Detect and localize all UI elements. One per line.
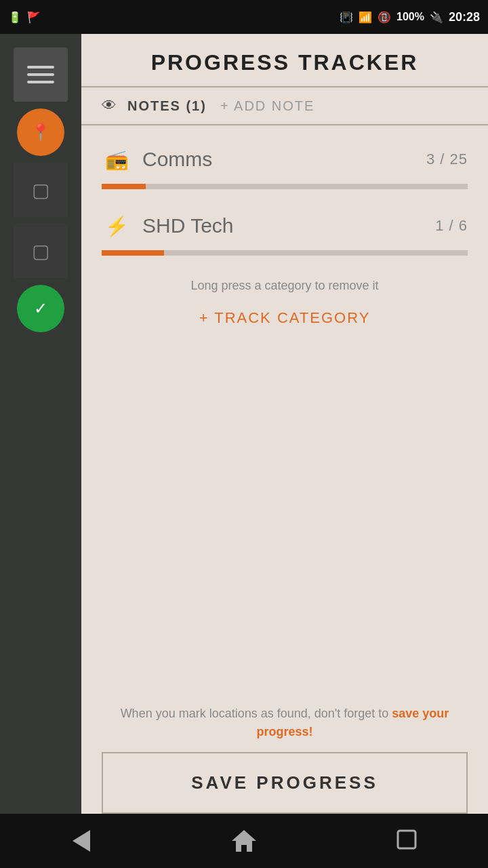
- comms-icon: 📻: [102, 144, 131, 174]
- back-icon: [71, 829, 92, 853]
- track-category-button[interactable]: + TRACK CATEGORY: [102, 304, 468, 332]
- shd-tech-icon: ⚡: [102, 211, 131, 241]
- status-bar: 🔋 🚩 📳 📶 📵 100% 🔌 20:28: [0, 0, 488, 34]
- hint-text: Long press a category to remove it: [102, 279, 468, 293]
- battery-percent: 100%: [396, 11, 424, 23]
- nav-home-button[interactable]: [224, 821, 264, 861]
- sidebar-icon-orange[interactable]: 📍: [17, 108, 64, 156]
- sidebar: 📍 ▢ ▢ ✓: [0, 34, 81, 834]
- sidebar-icon-gray-1[interactable]: ▢: [14, 163, 68, 217]
- add-note-button[interactable]: + ADD NOTE: [220, 98, 314, 114]
- hamburger-line-2: [27, 73, 54, 76]
- nav-recents-button[interactable]: [386, 821, 427, 861]
- signal-off-icon: 📵: [378, 11, 391, 24]
- hamburger-button[interactable]: [14, 47, 68, 102]
- shd-tech-progress-bg: [102, 250, 468, 256]
- svg-marker-1: [232, 830, 256, 852]
- recents-icon: [396, 829, 418, 853]
- status-time: 20:28: [449, 10, 480, 24]
- comms-count: 3 / 25: [426, 151, 468, 168]
- svg-rect-2: [398, 831, 415, 848]
- wifi-icon: 📶: [359, 11, 372, 24]
- eye-icon: 👁: [102, 97, 117, 115]
- home-icon: [230, 827, 258, 854]
- shd-tech-progress-fill: [102, 250, 164, 256]
- sidebar-icon-gray-2[interactable]: ▢: [14, 224, 68, 278]
- comms-progress-bg: [102, 184, 468, 189]
- category-left-shd-tech: ⚡ SHD Tech: [102, 211, 234, 241]
- comms-icon-symbol: 📻: [105, 149, 129, 171]
- svg-marker-0: [73, 830, 90, 852]
- save-progress-button[interactable]: SAVE PROGRESS: [102, 752, 468, 814]
- comms-progress-fill: [102, 184, 146, 189]
- status-bar-left: 🔋 🚩: [8, 11, 41, 24]
- nav-back-button[interactable]: [61, 821, 102, 861]
- content-spacer: [102, 332, 468, 677]
- sim-icon: 🔋: [8, 11, 22, 24]
- category-left-comms: 📻 Comms: [102, 144, 212, 174]
- recents-icon-svg: [396, 829, 418, 850]
- comms-name: Comms: [142, 148, 212, 171]
- category-row-shd-tech[interactable]: ⚡ SHD Tech 1 / 6: [102, 205, 468, 256]
- sidebar-icon-check: ✓: [34, 299, 47, 318]
- hamburger-line-3: [27, 81, 54, 83]
- bottom-section: When you mark locations as found, don't …: [81, 691, 488, 834]
- panel-header: PROGRESS TRACKER: [81, 34, 488, 87]
- panel-title: PROGRESS TRACKER: [102, 50, 468, 75]
- notes-label: NOTES (1): [127, 98, 207, 114]
- shd-tech-count: 1 / 6: [435, 217, 468, 235]
- shd-tech-name: SHD Tech: [142, 214, 234, 237]
- save-hint-text: When you mark locations as found, don't …: [102, 705, 468, 741]
- back-arrow-svg: [71, 829, 92, 853]
- sidebar-icon-green[interactable]: ✓: [17, 285, 64, 332]
- nav-bar: [0, 814, 488, 868]
- content-area: 📻 Comms 3 / 25 ⚡: [81, 125, 488, 691]
- notification-icon: 🚩: [27, 11, 41, 24]
- home-icon-svg: [230, 827, 258, 854]
- sidebar-icon-location: 📍: [30, 123, 51, 142]
- vibrate-icon: 📳: [340, 11, 353, 24]
- notes-bar: 👁 NOTES (1) + ADD NOTE: [81, 87, 488, 125]
- shd-tech-icon-symbol: ⚡: [105, 215, 129, 237]
- category-header-comms: 📻 Comms 3 / 25: [102, 139, 468, 180]
- status-bar-right: 📳 📶 📵 100% 🔌 20:28: [340, 10, 480, 24]
- hamburger-line-1: [27, 66, 54, 68]
- sidebar-icon-box-2: ▢: [32, 240, 49, 262]
- category-row-comms[interactable]: 📻 Comms 3 / 25: [102, 139, 468, 189]
- battery-icon: 🔌: [430, 11, 443, 24]
- sidebar-icon-box-1: ▢: [32, 179, 49, 201]
- main-panel: PROGRESS TRACKER 👁 NOTES (1) + ADD NOTE …: [81, 34, 488, 834]
- category-header-shd-tech: ⚡ SHD Tech 1 / 6: [102, 205, 468, 246]
- save-hint-prefix: When you mark locations as found, don't …: [121, 707, 392, 720]
